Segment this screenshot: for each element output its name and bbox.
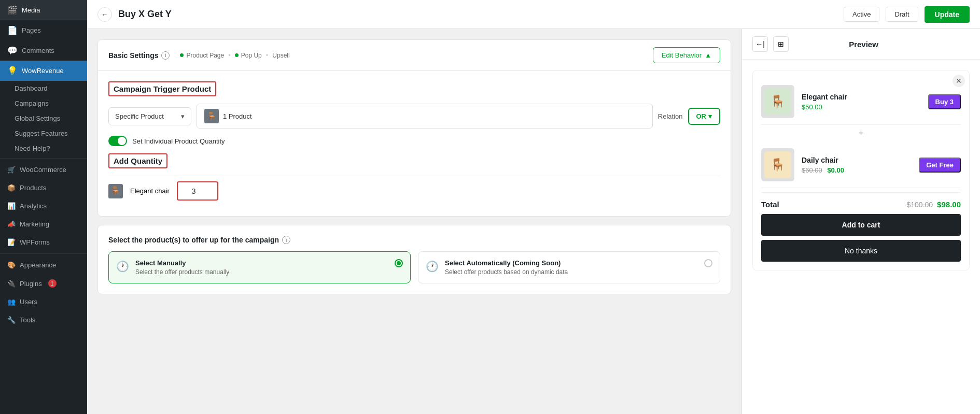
info-icon[interactable]: i xyxy=(161,51,170,60)
product2-price-new: $0.00 xyxy=(827,166,844,174)
chair2-image: 🪑 xyxy=(764,151,791,178)
page-title: Buy X Get Y xyxy=(118,9,837,20)
product2-badge[interactable]: Get Free xyxy=(919,158,961,173)
products-icon: 📦 xyxy=(7,184,16,192)
radio-auto[interactable] xyxy=(704,259,712,267)
analytics-icon: 📊 xyxy=(7,202,16,210)
active-button[interactable]: Active xyxy=(844,7,879,22)
select-products-title: Select the product(s) to offer up for th… xyxy=(108,236,720,244)
sidebar: 🎬 Media 📄 Pages 💬 Comments 💡 WowRevenue … xyxy=(0,0,87,414)
marketing-icon: 📣 xyxy=(7,220,16,228)
sidebar-item-media[interactable]: 🎬 Media xyxy=(0,0,87,20)
sidebar-item-pages[interactable]: 📄 Pages xyxy=(0,20,87,40)
sidebar-item-global-settings[interactable]: Global Settings xyxy=(0,111,87,126)
total-new-price: $98.00 xyxy=(937,200,961,209)
sidebar-item-analytics[interactable]: 📊 Analytics xyxy=(0,197,87,215)
no-thanks-button[interactable]: No thanks xyxy=(761,240,961,262)
svg-text:🪑: 🪑 xyxy=(770,94,786,109)
preview-title: Preview xyxy=(849,40,878,49)
individual-qty-toggle-row: Set Individual Product Quantity xyxy=(108,136,720,146)
qty-product-name: Elegant chair xyxy=(130,187,170,195)
collapse-icon[interactable]: ←| xyxy=(752,36,768,52)
total-prices: $100.00 $98.00 xyxy=(907,200,961,209)
option-auto-title: Select Automatically (Coming Soon) xyxy=(445,259,568,267)
tab-popup: Pop Up xyxy=(235,52,262,59)
chevron-down-icon: ▾ xyxy=(708,112,712,120)
product-input-field[interactable]: 🪑 1 Product xyxy=(197,104,653,129)
edit-behavior-button[interactable]: Edit Behavior ▲ xyxy=(653,47,720,63)
sidebar-item-suggest-features[interactable]: Suggest Features xyxy=(0,126,87,141)
product1-badge[interactable]: Buy 3 xyxy=(928,94,961,109)
campaign-trigger-section: Campaign Trigger Product Specific Produc… xyxy=(98,71,731,216)
clock-auto-icon: 🕐 xyxy=(426,260,439,273)
preview-product-2: 🪑 Daily chair $60.00 $0.00 Get Free xyxy=(761,142,961,188)
wowrevenue-icon: 💡 xyxy=(7,66,18,76)
tab-dot xyxy=(235,53,239,57)
product1-name: Elegant chair xyxy=(802,93,921,101)
preview-product-1: 🪑 Elegant chair $50.00 Buy 3 xyxy=(761,79,961,125)
basic-settings-card: Basic Settings i Product Page • Pop Up xyxy=(97,39,731,217)
left-panel: Basic Settings i Product Page • Pop Up xyxy=(87,29,741,414)
product-thumbnail: 🪑 xyxy=(204,109,219,123)
specific-product-dropdown[interactable]: Specific Product ▾ xyxy=(108,107,191,125)
total-row: Total $100.00 $98.00 xyxy=(761,192,961,214)
sidebar-item-campaigns[interactable]: Campaigns xyxy=(0,96,87,111)
preview-widget: ✕ 🪑 Elegant chair $50.00 xyxy=(752,70,970,270)
option-manual-desc: Select the offer products manually xyxy=(135,268,229,276)
total-label: Total xyxy=(761,200,779,209)
preview-icons: ←| ⊞ xyxy=(752,36,789,52)
select-auto-option[interactable]: 🕐 Select Automatically (Coming Soon) Sel… xyxy=(418,251,720,283)
sidebar-item-plugins[interactable]: 🔌 Plugins 1 xyxy=(0,274,87,293)
preview-body: ✕ 🪑 Elegant chair $50.00 xyxy=(742,60,980,414)
update-button[interactable]: Update xyxy=(925,6,970,23)
quantity-input[interactable] xyxy=(177,181,218,201)
radio-inner xyxy=(397,261,401,265)
sidebar-item-marketing[interactable]: 📣 Marketing xyxy=(0,215,87,233)
chevron-down-icon: ▾ xyxy=(181,112,185,120)
settings-header: Basic Settings i Product Page • Pop Up xyxy=(98,40,731,71)
preview-header: ←| ⊞ Preview xyxy=(742,29,980,60)
add-to-cart-button[interactable]: Add to cart xyxy=(761,214,961,236)
product1-thumbnail: 🪑 xyxy=(761,85,794,118)
expand-icon[interactable]: ⊞ xyxy=(773,36,789,52)
product2-name: Daily chair xyxy=(802,156,912,164)
option-auto-desc: Select offer products based on dynamic d… xyxy=(445,268,568,276)
select-products-info-icon[interactable]: i xyxy=(282,236,290,244)
main-area: ← Buy X Get Y Active Draft Update Basic … xyxy=(87,0,980,414)
product2-prices: $60.00 $0.00 xyxy=(802,166,912,174)
quantity-row: 🪑 Elegant chair xyxy=(108,176,720,206)
sidebar-item-woocommerce[interactable]: 🛒 WooCommerce xyxy=(0,161,87,179)
sidebar-item-wowrevenue[interactable]: 💡 WowRevenue xyxy=(0,61,87,81)
toggle-label: Set Individual Product Quantity xyxy=(132,137,225,145)
sidebar-item-wpforms[interactable]: 📝 WPForms xyxy=(0,233,87,251)
right-panel: ←| ⊞ Preview ✕ 🪑 xyxy=(741,29,980,414)
chevron-up-icon: ▲ xyxy=(705,51,711,59)
draft-button[interactable]: Draft xyxy=(886,7,918,22)
select-options: 🕐 Select Manually Select the offer produ… xyxy=(108,251,720,283)
total-old-price: $100.00 xyxy=(907,201,933,209)
sidebar-item-appearance[interactable]: 🎨 Appearance xyxy=(0,256,87,274)
sidebar-item-tools[interactable]: 🔧 Tools xyxy=(0,311,87,329)
plus-divider: + xyxy=(761,125,961,142)
back-button[interactable]: ← xyxy=(97,7,112,22)
select-manually-option[interactable]: 🕐 Select Manually Select the offer produ… xyxy=(108,251,411,283)
svg-text:🪑: 🪑 xyxy=(770,157,786,172)
radio-manual[interactable] xyxy=(395,259,403,267)
close-button[interactable]: ✕ xyxy=(953,75,965,87)
or-relation-button[interactable]: OR ▾ xyxy=(688,108,721,125)
qty-product-thumbnail: 🪑 xyxy=(108,184,123,198)
sidebar-item-users[interactable]: 👥 Users xyxy=(0,293,87,311)
sidebar-item-dashboard[interactable]: Dashboard xyxy=(0,81,87,96)
product2-thumbnail: 🪑 xyxy=(761,148,794,181)
sidebar-item-products[interactable]: 📦 Products xyxy=(0,179,87,197)
sidebar-item-need-help[interactable]: Need Help? xyxy=(0,141,87,156)
add-quantity-title: Add Quantity xyxy=(108,153,167,168)
option-manual-title: Select Manually xyxy=(135,259,229,267)
individual-qty-toggle[interactable] xyxy=(108,136,127,146)
product1-price: $50.00 xyxy=(802,103,921,111)
sidebar-item-comments[interactable]: 💬 Comments xyxy=(0,40,87,61)
woocommerce-icon: 🛒 xyxy=(7,166,16,174)
clock-icon: 🕐 xyxy=(116,260,129,273)
tab-product-page: Product Page xyxy=(180,52,224,59)
comments-icon: 💬 xyxy=(7,46,18,55)
